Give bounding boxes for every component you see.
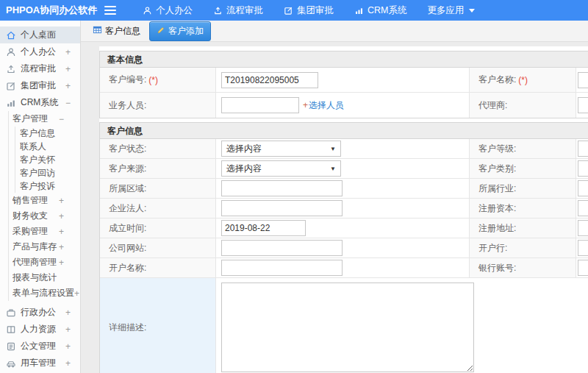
tab-customer-info[interactable]: 客户信息 — [90, 23, 143, 40]
collapse-icon[interactable]: − — [65, 98, 71, 108]
topmenu-process-approval[interactable]: 流程审批 — [203, 0, 273, 21]
salesperson-input[interactable] — [221, 97, 299, 113]
sidebar-item-crm-system[interactable]: CRM系统 − — [0, 94, 80, 111]
legal-person-input[interactable] — [221, 200, 343, 216]
expand-icon[interactable]: + — [59, 227, 64, 237]
expand-icon[interactable]: + — [65, 341, 71, 352]
sidebar-item-label: 财务收支 — [12, 210, 59, 222]
expand-icon[interactable]: + — [65, 47, 71, 57]
customer-category-input[interactable] — [578, 160, 588, 177]
topmenu-group-approval[interactable]: 集团审批 — [273, 0, 344, 21]
sidebar-item-hr[interactable]: 人力资源 + — [0, 321, 80, 338]
registered-address-input[interactable] — [578, 220, 588, 236]
caret-down-icon: ▼ — [330, 146, 336, 152]
field-label: 开户名称: — [100, 258, 216, 277]
expand-icon[interactable]: + — [65, 308, 71, 318]
sidebar-item-purchase-mgmt[interactable]: 采购管理 + — [9, 224, 80, 239]
topmenu-label: 流程审批 — [226, 4, 263, 17]
process-icon — [213, 6, 223, 15]
required-marker: (*) — [148, 75, 158, 85]
sidebar-item-form-flow-settings[interactable]: 表单与流程设置 + — [9, 285, 80, 301]
field-label: 客户等级: — [470, 139, 576, 158]
sidebar-item-document-mgmt[interactable]: 公文管理 + — [0, 338, 80, 355]
customer-mgmt-submenu: 客户信息 联系人 客户关怀 客户回访 客户投诉 — [15, 127, 80, 193]
field-label: 客户来源: — [100, 159, 216, 178]
top-menu: 个人办公 流程审批 集团审批 CRM系统 更多应用 — [132, 0, 485, 21]
region-input[interactable] — [221, 180, 343, 196]
registered-capital-input[interactable] — [578, 200, 588, 216]
sidebar-item-label: 表单与流程设置 — [12, 287, 74, 299]
form-row-account-name: 开户名称: 银行账号: — [100, 258, 588, 278]
form-row-customer-status: 客户状态: 选择内容▼ 客户等级: — [100, 139, 588, 159]
sidebar-item-customer-revisit[interactable]: 客户回访 — [15, 166, 80, 180]
field-label: 企业法人: — [100, 199, 216, 218]
topmenu-more-apps[interactable]: 更多应用 — [417, 0, 485, 21]
website-input[interactable] — [221, 240, 343, 256]
customer-code-input[interactable] — [221, 72, 318, 88]
sidebar-item-agent-mgmt[interactable]: 代理商管理 + — [9, 255, 80, 270]
doc-icon — [6, 341, 16, 352]
sidebar-item-customer-complaint[interactable]: 客户投诉 — [15, 180, 80, 193]
edit-square-icon — [284, 6, 293, 15]
sidebar-item-personal-desktop[interactable]: 个人桌面 — [0, 26, 80, 43]
bar-chart-icon — [354, 6, 364, 15]
sidebar-item-finance[interactable]: 财务收支 + — [9, 208, 80, 224]
expand-icon[interactable]: + — [65, 81, 71, 91]
industry-input[interactable] — [578, 180, 588, 196]
customer-source-select[interactable]: 选择内容▼ — [221, 160, 341, 177]
sidebar-item-products-inventory[interactable]: 产品与库存 + — [9, 239, 80, 255]
customer-level-input[interactable] — [578, 141, 588, 157]
description-textarea[interactable] — [221, 283, 474, 372]
sidebar-item-label: 客户管理 — [12, 113, 59, 125]
section-basic-info: 基本信息 客户编号: (*) 客户名称: (*) — [99, 51, 588, 118]
expand-icon[interactable]: + — [74, 288, 79, 299]
choose-person-link[interactable]: 选择人员 — [309, 99, 344, 112]
expand-icon[interactable]: + — [59, 196, 64, 206]
section-title: 基本信息 — [100, 51, 588, 68]
user-icon — [6, 47, 16, 57]
topmenu-personal-office[interactable]: 个人办公 — [132, 0, 203, 21]
briefcase-icon — [6, 308, 16, 318]
tab-customer-add[interactable]: 客户添加 — [149, 21, 211, 41]
founding-date-input[interactable] — [221, 220, 306, 236]
sidebar-item-label: 用车管理 — [21, 357, 65, 369]
bar-chart-icon — [6, 98, 16, 108]
sidebar-item-label: 流程审批 — [21, 63, 65, 75]
section-title: 客户信息 — [100, 123, 588, 139]
expand-icon[interactable]: + — [59, 257, 64, 268]
customer-status-select[interactable]: 选择内容▼ — [221, 141, 341, 157]
sidebar-item-customer-mgmt[interactable]: 客户管理 − — [9, 111, 80, 127]
sidebar-item-admin-office[interactable]: 行政办公 + — [0, 304, 80, 321]
agent-input[interactable] — [578, 97, 588, 113]
bank-account-input[interactable] — [578, 260, 588, 276]
customer-name-input[interactable] — [578, 72, 588, 88]
account-name-input[interactable] — [221, 260, 343, 276]
expand-icon[interactable]: + — [65, 64, 71, 74]
sidebar: 个人桌面 个人办公 + 流程审批 + 集团审批 + CRM系统 − 客户管理 −… — [0, 21, 81, 373]
field-label: 客户编号: (*) — [100, 68, 216, 92]
expand-icon[interactable]: + — [59, 242, 64, 252]
bank-name-input[interactable] — [578, 240, 588, 256]
pencil-icon — [157, 26, 165, 37]
expand-icon[interactable]: + — [65, 358, 71, 369]
topmenu-crm-system[interactable]: CRM系统 — [344, 0, 417, 21]
sidebar-item-label: 个人桌面 — [21, 29, 80, 41]
sidebar-item-personal-office[interactable]: 个人办公 + — [0, 43, 80, 60]
sidebar-item-process-approval[interactable]: 流程审批 + — [0, 60, 80, 77]
sidebar-item-sales-mgmt[interactable]: 销售管理 + — [9, 193, 80, 208]
sidebar-item-contacts[interactable]: 联系人 — [15, 140, 80, 153]
sidebar-item-customer-care[interactable]: 客户关怀 — [15, 153, 80, 166]
topmenu-label: CRM系统 — [368, 4, 406, 17]
sidebar-item-vehicle-mgmt[interactable]: 用车管理 + — [0, 355, 80, 372]
expand-icon[interactable]: + — [59, 211, 64, 221]
sidebar-item-customer-info[interactable]: 客户信息 — [15, 127, 80, 140]
topmenu-label: 个人办公 — [156, 4, 193, 17]
expand-icon[interactable]: + — [65, 324, 71, 335]
sidebar-item-reports-stats[interactable]: 报表与统计 — [9, 270, 80, 285]
collapse-icon[interactable]: − — [59, 114, 64, 124]
user-icon — [143, 6, 152, 15]
sidebar-item-label: 客户关怀 — [20, 154, 80, 166]
sidebar-bottom-group: 行政办公 + 人力资源 + 公文管理 + 用车管理 + — [0, 304, 80, 372]
sidebar-item-group-approval[interactable]: 集团审批 + — [0, 77, 80, 94]
hamburger-icon[interactable] — [104, 6, 116, 15]
